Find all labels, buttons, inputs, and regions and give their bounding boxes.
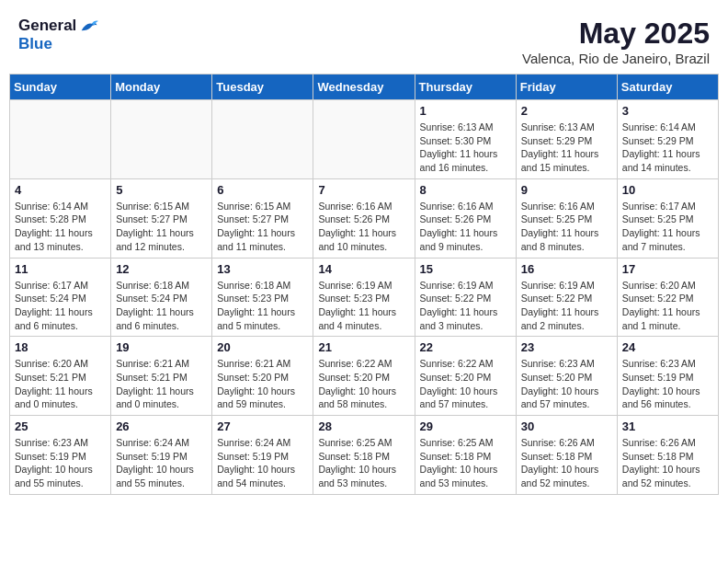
calendar-cell [212, 100, 313, 179]
day-number: 3 [622, 104, 713, 118]
calendar-cell: 24Sunrise: 6:23 AM Sunset: 5:19 PM Dayli… [617, 337, 718, 416]
calendar-cell: 2Sunrise: 6:13 AM Sunset: 5:29 PM Daylig… [516, 100, 617, 179]
day-info: Sunrise: 6:13 AM Sunset: 5:30 PM Dayligh… [420, 121, 511, 175]
calendar-cell: 28Sunrise: 6:25 AM Sunset: 5:18 PM Dayli… [313, 416, 415, 495]
calendar-cell: 9Sunrise: 6:16 AM Sunset: 5:25 PM Daylig… [516, 178, 617, 258]
day-number: 27 [217, 419, 308, 433]
location: Valenca, Rio de Janeiro, Brazil [522, 51, 710, 66]
day-info: Sunrise: 6:19 AM Sunset: 5:22 PM Dayligh… [420, 279, 511, 333]
calendar-cell: 7Sunrise: 6:16 AM Sunset: 5:26 PM Daylig… [313, 178, 415, 258]
calendar-cell [313, 100, 415, 179]
day-number: 29 [420, 419, 511, 433]
calendar-cell: 6Sunrise: 6:15 AM Sunset: 5:27 PM Daylig… [212, 178, 313, 258]
day-info: Sunrise: 6:23 AM Sunset: 5:19 PM Dayligh… [622, 357, 713, 411]
weekday-header: Thursday [415, 75, 516, 100]
day-number: 16 [521, 262, 612, 276]
day-number: 19 [116, 340, 207, 354]
day-number: 13 [217, 262, 308, 276]
day-number: 7 [318, 183, 409, 197]
day-number: 9 [521, 183, 612, 197]
title-block: May 2025 Valenca, Rio de Janeiro, Brazil [522, 17, 710, 66]
day-info: Sunrise: 6:23 AM Sunset: 5:20 PM Dayligh… [521, 357, 612, 411]
day-info: Sunrise: 6:16 AM Sunset: 5:25 PM Dayligh… [521, 200, 612, 254]
calendar-cell: 16Sunrise: 6:19 AM Sunset: 5:22 PM Dayli… [516, 258, 617, 337]
day-number: 23 [521, 340, 612, 354]
calendar-cell: 12Sunrise: 6:18 AM Sunset: 5:24 PM Dayli… [111, 258, 212, 337]
weekday-header: Friday [516, 75, 617, 100]
day-info: Sunrise: 6:20 AM Sunset: 5:22 PM Dayligh… [622, 279, 713, 333]
day-number: 18 [15, 340, 106, 354]
weekday-header-row: SundayMondayTuesdayWednesdayThursdayFrid… [10, 75, 719, 100]
calendar-cell: 14Sunrise: 6:19 AM Sunset: 5:23 PM Dayli… [313, 258, 415, 337]
calendar-cell: 1Sunrise: 6:13 AM Sunset: 5:30 PM Daylig… [415, 100, 516, 179]
calendar-cell: 23Sunrise: 6:23 AM Sunset: 5:20 PM Dayli… [516, 337, 617, 416]
calendar-week-row: 18Sunrise: 6:20 AM Sunset: 5:21 PM Dayli… [10, 337, 719, 416]
calendar-cell: 10Sunrise: 6:17 AM Sunset: 5:25 PM Dayli… [617, 178, 718, 258]
day-info: Sunrise: 6:22 AM Sunset: 5:20 PM Dayligh… [420, 357, 511, 411]
weekday-header: Saturday [617, 75, 718, 100]
day-info: Sunrise: 6:14 AM Sunset: 5:29 PM Dayligh… [622, 121, 713, 175]
day-info: Sunrise: 6:23 AM Sunset: 5:19 PM Dayligh… [15, 436, 106, 490]
calendar-cell: 17Sunrise: 6:20 AM Sunset: 5:22 PM Dayli… [617, 258, 718, 337]
day-info: Sunrise: 6:17 AM Sunset: 5:25 PM Dayligh… [622, 200, 713, 254]
calendar-cell: 27Sunrise: 6:24 AM Sunset: 5:19 PM Dayli… [212, 416, 313, 495]
day-info: Sunrise: 6:26 AM Sunset: 5:18 PM Dayligh… [622, 436, 713, 490]
weekday-header: Tuesday [212, 75, 313, 100]
day-number: 14 [318, 262, 409, 276]
day-info: Sunrise: 6:16 AM Sunset: 5:26 PM Dayligh… [318, 200, 409, 254]
logo-bird-icon [78, 17, 98, 34]
day-info: Sunrise: 6:19 AM Sunset: 5:22 PM Dayligh… [521, 279, 612, 333]
calendar-cell: 18Sunrise: 6:20 AM Sunset: 5:21 PM Dayli… [10, 337, 111, 416]
day-info: Sunrise: 6:18 AM Sunset: 5:24 PM Dayligh… [116, 279, 207, 333]
day-number: 11 [15, 262, 106, 276]
day-number: 5 [116, 183, 207, 197]
calendar-cell: 29Sunrise: 6:25 AM Sunset: 5:18 PM Dayli… [415, 416, 516, 495]
day-number: 6 [217, 183, 308, 197]
day-info: Sunrise: 6:25 AM Sunset: 5:18 PM Dayligh… [318, 436, 409, 490]
calendar-cell: 21Sunrise: 6:22 AM Sunset: 5:20 PM Dayli… [313, 337, 415, 416]
day-info: Sunrise: 6:15 AM Sunset: 5:27 PM Dayligh… [217, 200, 308, 254]
page-header: General Blue May 2025 Valenca, Rio de Ja… [9, 9, 719, 70]
day-number: 25 [15, 419, 106, 433]
calendar-cell [111, 100, 212, 179]
calendar-cell: 26Sunrise: 6:24 AM Sunset: 5:19 PM Dayli… [111, 416, 212, 495]
day-number: 24 [622, 340, 713, 354]
day-info: Sunrise: 6:14 AM Sunset: 5:28 PM Dayligh… [15, 200, 106, 254]
day-number: 30 [521, 419, 612, 433]
day-number: 22 [420, 340, 511, 354]
calendar-cell: 30Sunrise: 6:26 AM Sunset: 5:18 PM Dayli… [516, 416, 617, 495]
weekday-header: Sunday [10, 75, 111, 100]
day-number: 28 [318, 419, 409, 433]
calendar-cell: 20Sunrise: 6:21 AM Sunset: 5:20 PM Dayli… [212, 337, 313, 416]
calendar-cell: 31Sunrise: 6:26 AM Sunset: 5:18 PM Dayli… [617, 416, 718, 495]
day-number: 2 [521, 104, 612, 118]
calendar-cell: 8Sunrise: 6:16 AM Sunset: 5:26 PM Daylig… [415, 178, 516, 258]
day-number: 1 [420, 104, 511, 118]
day-info: Sunrise: 6:17 AM Sunset: 5:24 PM Dayligh… [15, 279, 106, 333]
day-info: Sunrise: 6:24 AM Sunset: 5:19 PM Dayligh… [116, 436, 207, 490]
calendar-cell [10, 100, 111, 179]
day-number: 4 [15, 183, 106, 197]
day-number: 10 [622, 183, 713, 197]
calendar-table: SundayMondayTuesdayWednesdayThursdayFrid… [9, 74, 719, 495]
day-number: 26 [116, 419, 207, 433]
calendar-cell: 13Sunrise: 6:18 AM Sunset: 5:23 PM Dayli… [212, 258, 313, 337]
day-info: Sunrise: 6:21 AM Sunset: 5:20 PM Dayligh… [217, 357, 308, 411]
calendar-week-row: 11Sunrise: 6:17 AM Sunset: 5:24 PM Dayli… [10, 258, 719, 337]
day-info: Sunrise: 6:24 AM Sunset: 5:19 PM Dayligh… [217, 436, 308, 490]
day-number: 8 [420, 183, 511, 197]
day-info: Sunrise: 6:21 AM Sunset: 5:21 PM Dayligh… [116, 357, 207, 411]
day-number: 12 [116, 262, 207, 276]
logo-general: General [18, 17, 76, 35]
calendar-cell: 5Sunrise: 6:15 AM Sunset: 5:27 PM Daylig… [111, 178, 212, 258]
day-info: Sunrise: 6:22 AM Sunset: 5:20 PM Dayligh… [318, 357, 409, 411]
day-info: Sunrise: 6:13 AM Sunset: 5:29 PM Dayligh… [521, 121, 612, 175]
day-info: Sunrise: 6:15 AM Sunset: 5:27 PM Dayligh… [116, 200, 207, 254]
day-number: 15 [420, 262, 511, 276]
day-number: 31 [622, 419, 713, 433]
logo-blue: Blue [18, 35, 52, 53]
day-info: Sunrise: 6:19 AM Sunset: 5:23 PM Dayligh… [318, 279, 409, 333]
day-info: Sunrise: 6:16 AM Sunset: 5:26 PM Dayligh… [420, 200, 511, 254]
calendar-cell: 25Sunrise: 6:23 AM Sunset: 5:19 PM Dayli… [10, 416, 111, 495]
day-info: Sunrise: 6:26 AM Sunset: 5:18 PM Dayligh… [521, 436, 612, 490]
